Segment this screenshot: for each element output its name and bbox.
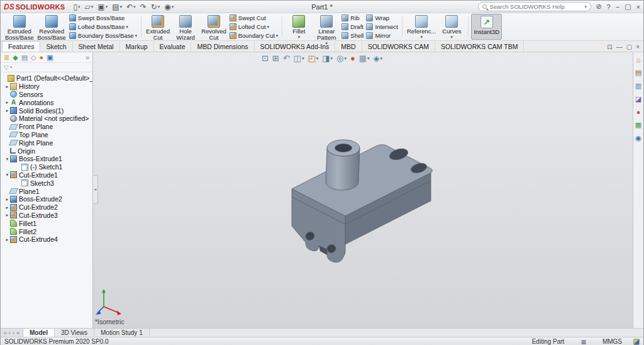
minimize-icon[interactable]: − [616, 3, 619, 11]
forum-icon[interactable]: ◉ [635, 134, 641, 142]
panel-splitter-handle[interactable]: ◂ [93, 175, 98, 204]
feature-tree-tab-icon[interactable]: ≣ [4, 54, 9, 62]
part-model[interactable] [282, 123, 446, 271]
view-settings-icon[interactable]: ◈ ▾ [373, 54, 384, 63]
print-icon[interactable]: ▤ ▾ [110, 3, 124, 11]
curves-button[interactable]: Curves ▾ [438, 14, 465, 40]
help-search-box[interactable]: ▾ [478, 2, 591, 11]
expand-arrow-icon[interactable]: ▾ [4, 156, 10, 162]
search-input[interactable] [489, 3, 582, 10]
tree-item[interactable]: ▾ Boss-Extrude1 [1, 155, 92, 163]
command-tab[interactable]: MBD Dimensions [191, 41, 254, 52]
linear-pattern-button[interactable]: Linear Pattern ▾ [313, 14, 340, 40]
restore-icon[interactable]: ▢ [625, 3, 631, 11]
expand-arrow-icon[interactable]: ▸ [4, 84, 10, 89]
filter-funnel-icon[interactable]: ▽ [4, 64, 9, 71]
tree-item[interactable]: ▸ Cut-Extrude4 [1, 235, 92, 244]
boundary-cut-button[interactable]: Boundary Cut ▾ [230, 31, 279, 40]
configuration-manager-tab-icon[interactable]: ▤ [21, 54, 28, 62]
doc-close-icon[interactable]: × [636, 43, 640, 50]
tree-item[interactable]: Top Plane [1, 131, 92, 139]
document-tab[interactable]: Model [23, 329, 55, 337]
status-corner-icon[interactable] [633, 339, 640, 345]
tree-item[interactable]: ▸ Solid Bodies(1) [1, 106, 92, 115]
revolved-cut-button[interactable]: Revolved Cut [199, 14, 228, 40]
tree-item[interactable]: Sketch3 [1, 179, 92, 187]
mirror-button[interactable]: Mirror [366, 31, 397, 40]
cam-tree-tab-icon[interactable]: ▣ [47, 54, 53, 62]
tree-item[interactable]: Plane1 [1, 187, 92, 195]
undo-icon[interactable]: ↶ ▾ [125, 3, 138, 11]
expand-arrow-icon[interactable]: ▾ [4, 172, 10, 178]
close-icon[interactable]: × [636, 3, 640, 11]
appearances-icon[interactable]: ● [636, 108, 641, 116]
property-manager-tab-icon[interactable]: ◆ [13, 54, 18, 62]
dimxpert-manager-tab-icon[interactable]: ◇ [31, 54, 36, 62]
reference-geometry-button[interactable]: Referenc... ▾ [405, 14, 438, 40]
section-view-icon[interactable]: ◫ ▾ [293, 54, 305, 63]
pin-ribbon-icon[interactable]: ⊡ [607, 43, 612, 50]
help-icon[interactable]: ? [607, 3, 611, 11]
user-account-icon[interactable]: ⊘ [596, 3, 601, 11]
tree-item[interactable]: Fillet1 [1, 219, 92, 227]
rebuild-icon[interactable]: ↻ ▾ [149, 3, 162, 11]
extruded-cut-button[interactable]: Extruded Cut [144, 14, 172, 40]
expand-arrow-icon[interactable]: ▸ [4, 237, 10, 242]
redo-icon[interactable]: ↷ [138, 3, 148, 11]
tree-item[interactable]: Right Plane [1, 139, 92, 147]
lofted-cut-button[interactable]: Lofted Cut ▾ [230, 23, 279, 31]
display-manager-tab-icon[interactable]: ● [40, 54, 44, 61]
tree-item[interactable]: ▾ Cut-Extrude1 [1, 171, 92, 179]
tree-item[interactable]: Origin [1, 147, 92, 155]
expand-arrow-icon[interactable]: ▸ [4, 99, 10, 105]
zoom-fit-icon[interactable]: ⊡ [261, 54, 269, 63]
last-tab-icon[interactable]: » [16, 330, 19, 336]
intersect-button[interactable]: Intersect [366, 23, 397, 31]
new-document-icon[interactable]: ▯ ▾ [71, 3, 82, 11]
previous-view-icon[interactable]: ↶ [282, 54, 291, 63]
expand-arrow-icon[interactable]: ▸ [4, 205, 10, 210]
tree-item[interactable]: Front Plane [1, 123, 92, 131]
boundary-boss-button[interactable]: Boundary Boss/Base ▾ [69, 31, 137, 40]
save-icon[interactable]: ▣ ▾ [96, 3, 109, 11]
design-library-icon[interactable]: ▤ [635, 69, 641, 77]
shell-button[interactable]: Shell [341, 31, 364, 40]
prev-tab-icon[interactable]: ‹ [9, 330, 11, 336]
tree-item[interactable]: ▸ Cut-Extrude2 [1, 203, 92, 212]
open-folder-icon[interactable]: ▱ ▾ [83, 3, 96, 11]
rib-button[interactable]: Rib [341, 14, 364, 22]
command-tab[interactable]: SOLIDWORKS Add-Ins [255, 41, 336, 52]
document-tab[interactable]: Motion Study 1 [94, 329, 150, 337]
command-tab[interactable]: Markup [120, 41, 154, 52]
tree-item[interactable]: ▸ Cut-Extrude3 [1, 212, 92, 220]
wrap-button[interactable]: Wrap [366, 14, 397, 22]
lofted-boss-button[interactable]: Lofted Boss/Base ▾ [69, 23, 137, 31]
hide-show-icon[interactable]: ◎ ▾ [336, 54, 347, 63]
command-tab[interactable]: SOLIDWORKS CAM TBM [435, 41, 524, 52]
tree-root-item[interactable]: Part1 (Default<<Default>_Display S [1, 74, 92, 82]
document-tab[interactable]: 3D Views [55, 329, 94, 337]
fillet-button[interactable]: Fillet ▾ [285, 14, 313, 40]
edit-appearance-icon[interactable]: ● [350, 54, 356, 63]
apply-scene-icon[interactable]: ▦ ▾ [358, 54, 370, 63]
view-palette-icon[interactable]: ◪ [635, 95, 641, 103]
command-tab[interactable]: MBD [335, 41, 362, 52]
tree-item[interactable]: ▸ History [1, 82, 92, 91]
tree-item[interactable]: Sensors [1, 91, 92, 99]
swept-boss-button[interactable]: Swept Boss/Base [69, 14, 137, 22]
tree-item[interactable]: ▸ Annotations [1, 98, 92, 106]
overflow-tab-icon[interactable]: » [86, 54, 89, 61]
units-grid-icon[interactable]: ▦ [580, 339, 586, 345]
filter-caret-icon[interactable]: ▾ [10, 65, 13, 70]
view-orientation-icon[interactable]: ◰ ▾ [307, 54, 319, 63]
custom-properties-icon[interactable]: ▦ [635, 121, 641, 129]
command-tab[interactable]: Features [2, 41, 40, 52]
command-tab[interactable]: Sheet Metal [73, 41, 120, 52]
doc-minimize-icon[interactable]: — [616, 43, 623, 50]
file-explorer-icon[interactable]: ▥ [635, 82, 641, 90]
command-tab[interactable]: Evaluate [154, 41, 192, 52]
revolved-boss-button[interactable]: Revolved Boss/Base [35, 14, 67, 40]
expand-arrow-icon[interactable]: ▸ [4, 212, 10, 218]
instant3d-button[interactable]: Instant3D [471, 14, 502, 40]
hole-wizard-button[interactable]: Hole Wizard [172, 14, 199, 40]
